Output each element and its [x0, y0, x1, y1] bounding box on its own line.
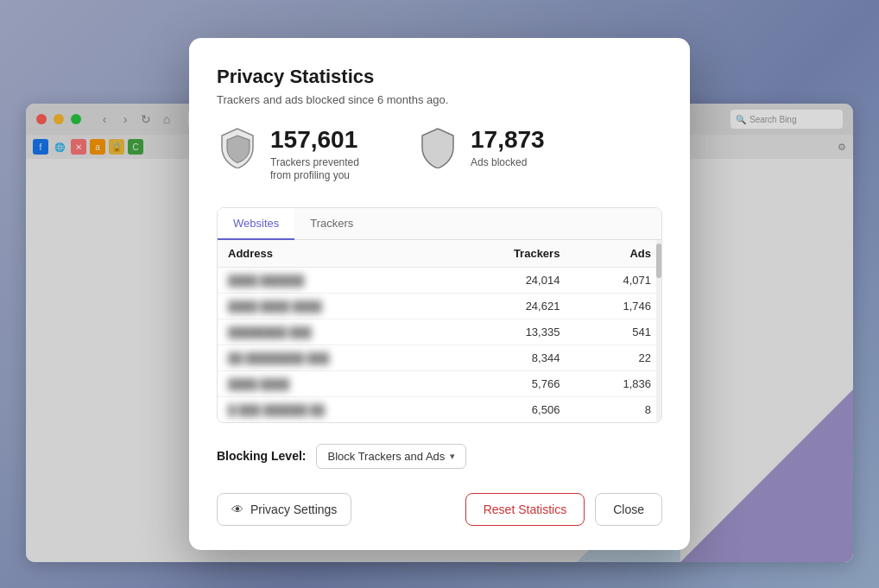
- privacy-settings-label: Privacy Settings: [250, 503, 337, 516]
- close-button[interactable]: Close: [595, 493, 662, 526]
- table-row: █ ███ ██████ ██6,5068: [218, 396, 661, 422]
- table-scroll-area[interactable]: Address Trackers Ads ████ ██████24,0144,…: [218, 240, 661, 422]
- cell-trackers: 5,766: [446, 370, 571, 396]
- modal-overlay: Privacy Statistics Trackers and ads bloc…: [0, 0, 879, 588]
- trackers-count: 157,601: [270, 127, 383, 154]
- tabs-header: Websites Trackers: [218, 208, 661, 240]
- tabs-container: Websites Trackers Address Trackers Ads █…: [217, 207, 662, 423]
- right-button-group: Reset Statistics Close: [465, 493, 662, 526]
- table-row: ████████ ███13,335541: [218, 319, 661, 345]
- col-trackers: Trackers: [446, 240, 571, 268]
- cell-ads: 4,071: [570, 267, 661, 293]
- stats-table: Address Trackers Ads ████ ██████24,0144,…: [218, 240, 661, 422]
- cell-trackers: 8,344: [446, 345, 571, 370]
- cell-ads: 541: [570, 319, 661, 345]
- tab-trackers[interactable]: Trackers: [294, 208, 369, 240]
- tab-websites[interactable]: Websites: [218, 208, 294, 240]
- scrollbar-track[interactable]: [656, 240, 661, 422]
- stats-row: 157,601 Trackers prevented from profilin…: [217, 127, 662, 183]
- col-ads: Ads: [570, 240, 661, 268]
- cell-address: █ ███ ██████ ██: [218, 396, 446, 422]
- cell-trackers: 24,014: [446, 267, 571, 293]
- blocking-level-row: Blocking Level: Block Trackers and Ads ▾: [217, 444, 662, 469]
- table-row: ██ ████████ ███8,34422: [218, 345, 661, 370]
- table-header-row: Address Trackers Ads: [218, 240, 661, 268]
- cell-ads: 22: [570, 345, 661, 370]
- footer-buttons: 👁 Privacy Settings Reset Statistics Clos…: [217, 493, 662, 526]
- table-row: ████ ██████24,0144,071: [218, 267, 661, 293]
- blocking-select-value: Block Trackers and Ads: [327, 450, 445, 463]
- blocking-select[interactable]: Block Trackers and Ads ▾: [316, 444, 466, 469]
- shield-ads-icon: [417, 127, 458, 168]
- chevron-down-icon: ▾: [450, 451, 455, 462]
- shield-trackers-icon: [217, 127, 258, 168]
- privacy-settings-button[interactable]: 👁 Privacy Settings: [217, 493, 351, 526]
- reset-statistics-button[interactable]: Reset Statistics: [465, 493, 585, 526]
- cell-trackers: 6,506: [446, 396, 571, 422]
- modal-subtitle: Trackers and ads blocked since 6 months …: [217, 93, 662, 106]
- ads-count: 17,873: [471, 127, 545, 154]
- cell-ads: 1,746: [570, 293, 661, 319]
- cell-address: ████ ████ ████: [218, 293, 446, 319]
- stat-trackers: 157,601 Trackers prevented from profilin…: [217, 127, 383, 183]
- ads-label: Ads blocked: [471, 156, 545, 170]
- stat-ads: 17,873 Ads blocked: [417, 127, 545, 183]
- col-address: Address: [218, 240, 446, 268]
- modal-title: Privacy Statistics: [217, 66, 662, 88]
- table-row: ████ ████ ████24,6211,746: [218, 293, 661, 319]
- cell-ads: 8: [570, 396, 661, 422]
- blocking-level-label: Blocking Level:: [217, 449, 306, 463]
- trackers-label: Trackers prevented from profiling you: [270, 156, 383, 183]
- cell-address: ████ ████: [218, 370, 446, 396]
- privacy-statistics-modal: Privacy Statistics Trackers and ads bloc…: [189, 38, 690, 550]
- cell-trackers: 13,335: [446, 319, 571, 345]
- eye-icon: 👁: [231, 503, 243, 516]
- cell-ads: 1,836: [570, 370, 661, 396]
- cell-address: ████ ██████: [218, 267, 446, 293]
- scrollbar-thumb[interactable]: [656, 243, 661, 278]
- cell-address: ██ ████████ ███: [218, 345, 446, 370]
- table-row: ████ ████5,7661,836: [218, 370, 661, 396]
- cell-trackers: 24,621: [446, 293, 571, 319]
- cell-address: ████████ ███: [218, 319, 446, 345]
- stat-ads-text: 17,873 Ads blocked: [471, 127, 545, 169]
- stat-trackers-text: 157,601 Trackers prevented from profilin…: [270, 127, 383, 183]
